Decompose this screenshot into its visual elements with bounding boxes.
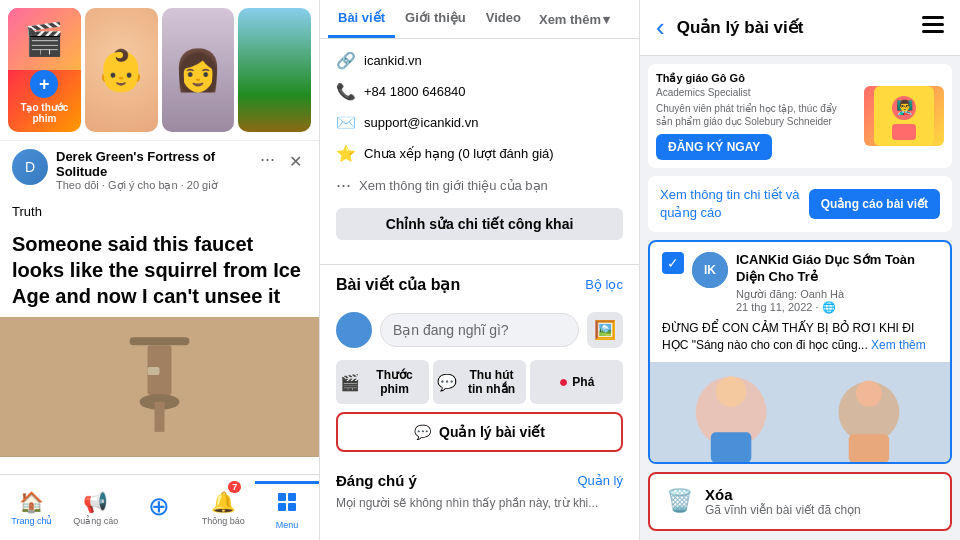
svg-point-25 <box>856 380 882 406</box>
nav-home[interactable]: 🏠 Trang chủ <box>0 481 64 534</box>
ad-banner-left: Thầy giáo Gô Gô Academics Specialist Chu… <box>656 72 856 160</box>
nav-menu-label: Menu <box>276 520 299 530</box>
page-tabs: Bài viết Giới thiệu Video Xem thêm ▾ <box>320 0 639 39</box>
svg-rect-8 <box>278 503 286 511</box>
nav-notifications[interactable]: 🔔 7 Thông báo <box>191 481 255 534</box>
edit-public-details-button[interactable]: Chỉnh sửa chi tiết công khai <box>336 208 623 240</box>
email-row: ✉️ support@icankid.vn <box>336 113 623 132</box>
svg-rect-15 <box>892 124 916 140</box>
menu-icon <box>275 488 299 518</box>
story-card-2[interactable]: 👩 <box>162 8 235 132</box>
notice-title: Đáng chú ý <box>336 472 417 489</box>
story-card-1[interactable]: 👶 <box>85 8 158 132</box>
ad-banner-image: 👨‍🏫 <box>864 86 944 146</box>
ads-icon: 📢 <box>83 490 108 514</box>
notice-manage-link[interactable]: Quản lý <box>577 473 623 488</box>
delete-info: Xóa Gã vĩnh viễn bài viết đã chọn <box>705 486 934 517</box>
tab-video[interactable]: Video <box>476 0 531 38</box>
post-card-page-name: ICANKid Giáo Dục Sớm Toàn Diện Cho Trẻ <box>736 252 938 286</box>
see-more-link[interactable]: Xem thêm <box>871 338 926 352</box>
svg-rect-19 <box>650 362 950 462</box>
manage-posts-title: Quản lý bài viết <box>677 17 922 38</box>
svg-rect-12 <box>922 30 944 33</box>
nav-add[interactable]: ⊕ <box>128 481 192 534</box>
notice-header: Đáng chú ý Quản lý <box>336 472 623 489</box>
post-card-image <box>650 362 950 462</box>
tab-xem-them[interactable]: Xem thêm ▾ <box>531 0 618 38</box>
create-story-label: Tạo thước phim <box>8 102 81 124</box>
back-button[interactable]: ‹ <box>656 12 665 43</box>
manage-posts-button[interactable]: 💬 Quản lý bài viết <box>336 412 623 452</box>
create-post-row: Bạn đang nghĩ gì? 🖼️ <box>336 304 623 356</box>
svg-rect-11 <box>922 23 944 26</box>
svg-rect-9 <box>288 503 296 511</box>
svg-rect-4 <box>155 402 165 432</box>
create-post-avatar <box>336 312 372 348</box>
more-info-link[interactable]: Xem thông tin giới thiệu của bạn <box>359 178 548 193</box>
svg-text:👨‍🏫: 👨‍🏫 <box>896 99 914 116</box>
home-icon: 🏠 <box>19 490 44 514</box>
svg-text:IK: IK <box>704 263 716 277</box>
website-row: 🔗 icankid.vn <box>336 51 623 70</box>
ad-teacher-name: Thầy giáo Gô Gô <box>656 72 856 85</box>
delete-subtitle: Gã vĩnh viễn bài viết đã chọn <box>705 503 934 517</box>
svg-rect-10 <box>922 16 944 19</box>
notice-text: Mọi người sẽ không nhìn thấy phần này, t… <box>336 495 623 512</box>
notice-section: Đáng chú ý Quản lý Mọi người sẽ không nh… <box>320 472 639 512</box>
svg-rect-5 <box>148 367 160 375</box>
post-header-info: Derek Green's Fortress of Solitude Theo … <box>56 149 260 192</box>
manage-posts-header: ‹ Quản lý bài viết <box>640 0 960 56</box>
add-icon: ⊕ <box>148 491 170 522</box>
post-card[interactable]: ✓ IK ICANKid Giáo Dục Sớm Toàn Diện Cho … <box>648 240 952 463</box>
thu-hut-button[interactable]: 💬 Thu hút tin nhắn <box>433 360 526 404</box>
story-card-3[interactable] <box>238 8 311 132</box>
nav-notifications-label: Thông báo <box>202 516 245 526</box>
page-info-section: 🔗 icankid.vn 📞 +84 1800 646840 ✉️ suppor… <box>320 39 639 264</box>
promo-row: Xem thông tin chi tiết và quảng cáo Quản… <box>648 176 952 232</box>
stories-row: 🎬 + Tạo thước phim 👶 👩 <box>0 0 319 140</box>
media-upload-button[interactable]: 🖼️ <box>587 312 623 348</box>
nav-menu[interactable]: Menu <box>255 481 319 534</box>
nav-ads-label: Quảng cáo <box>73 516 118 526</box>
posts-section-title: Bài viết của bạn <box>336 275 460 294</box>
tab-gioi-thieu[interactable]: Giới thiệu <box>395 0 476 38</box>
post-meta: Theo dõi · Gợi ý cho bạn · 20 giờ <box>56 179 260 192</box>
delete-title: Xóa <box>705 486 934 503</box>
posts-section: Bài viết của bạn Bộ lọc Bạn đang nghĩ gì… <box>320 264 639 472</box>
post-author-name: Derek Green's Fortress of Solitude <box>56 149 260 179</box>
email-text[interactable]: support@icankid.vn <box>364 115 478 130</box>
manage-posts-panel: ‹ Quản lý bài viết Thầy giáo Gô Gô Acade… <box>640 0 960 540</box>
thu-hut-icon: 💬 <box>437 373 457 392</box>
action-buttons-row: 🎬 Thước phim 💬 Thu hút tin nhắn ● Phá <box>336 356 623 412</box>
post-card-checkbox[interactable]: ✓ <box>662 252 684 274</box>
trash-icon: 🗑️ <box>666 488 693 514</box>
create-story-card[interactable]: 🎬 + Tạo thước phim <box>8 8 81 132</box>
globe-icon: 🌐 <box>822 301 836 313</box>
posts-section-header: Bài viết của bạn Bộ lọc <box>336 265 623 304</box>
post-image <box>0 317 319 457</box>
post-card-header: ✓ IK ICANKid Giáo Dục Sớm Toàn Diện Cho … <box>650 242 950 320</box>
phone-row: 📞 +84 1800 646840 <box>336 82 623 101</box>
post-close-button[interactable]: ✕ <box>283 149 307 173</box>
svg-rect-1 <box>130 337 190 345</box>
post-card-avatar: IK <box>692 252 728 288</box>
filter-link[interactable]: Bộ lọc <box>585 277 623 292</box>
post-options-icon[interactable]: ··· <box>260 149 275 170</box>
nav-home-label: Trang chủ <box>11 516 52 526</box>
promo-button[interactable]: Quảng cáo bài viết <box>809 189 940 219</box>
pha-button[interactable]: ● Phá <box>530 360 623 404</box>
thuoc-phim-button[interactable]: 🎬 Thước phim <box>336 360 429 404</box>
ad-register-button[interactable]: ĐĂNG KÝ NGAY <box>656 134 772 160</box>
website-text[interactable]: icankid.vn <box>364 53 422 68</box>
thuoc-phim-icon: 🎬 <box>340 373 360 392</box>
delete-row[interactable]: 🗑️ Xóa Gã vĩnh viễn bài viết đã chọn <box>648 472 952 531</box>
email-icon: ✉️ <box>336 113 356 132</box>
promo-text: Xem thông tin chi tiết và quảng cáo <box>660 186 809 222</box>
filter-menu-icon[interactable] <box>922 16 944 39</box>
more-info-row: ··· Xem thông tin giới thiệu của bạn <box>336 175 623 196</box>
create-post-input[interactable]: Bạn đang nghĩ gì? <box>380 313 579 347</box>
nav-ads[interactable]: 📢 Quảng cáo <box>64 481 128 534</box>
ad-desc: Chuyên viên phát triển học tập, thúc đẩy… <box>656 102 856 128</box>
post-card-meta: Người đăng: Oanh Hà 21 thg 11, 2022 · 🌐 <box>736 288 938 314</box>
tab-bai-viet[interactable]: Bài viết <box>328 0 395 38</box>
